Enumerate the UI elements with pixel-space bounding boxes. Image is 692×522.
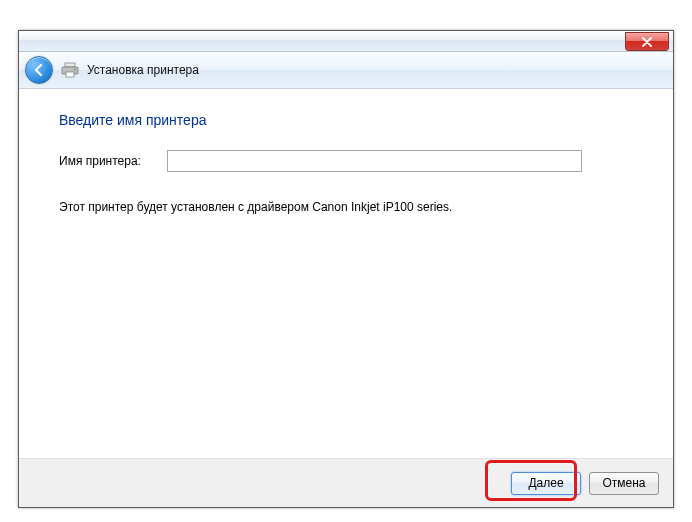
close-button[interactable] (625, 32, 669, 51)
wizard-window: Установка принтера Введите имя принтера … (18, 30, 674, 508)
printer-icon (61, 62, 79, 78)
svg-rect-0 (65, 63, 75, 67)
footer-bar: Далее Отмена (19, 458, 673, 507)
printer-name-row: Имя принтера: (59, 150, 633, 172)
close-icon (642, 37, 652, 47)
page-heading: Введите имя принтера (59, 112, 633, 128)
printer-name-input[interactable] (167, 150, 582, 172)
svg-rect-2 (66, 72, 74, 77)
printer-name-label: Имя принтера: (59, 154, 167, 168)
svg-point-3 (74, 69, 76, 71)
next-button[interactable]: Далее (511, 472, 581, 495)
arrow-left-icon (32, 63, 46, 77)
content-area: Введите имя принтера Имя принтера: Этот … (19, 88, 673, 459)
titlebar (19, 31, 673, 52)
driver-info-text: Этот принтер будет установлен с драйверо… (59, 200, 633, 214)
cancel-button[interactable]: Отмена (589, 472, 659, 495)
nav-header: Установка принтера (19, 52, 673, 89)
window-title: Установка принтера (87, 63, 199, 77)
back-button[interactable] (25, 56, 53, 84)
